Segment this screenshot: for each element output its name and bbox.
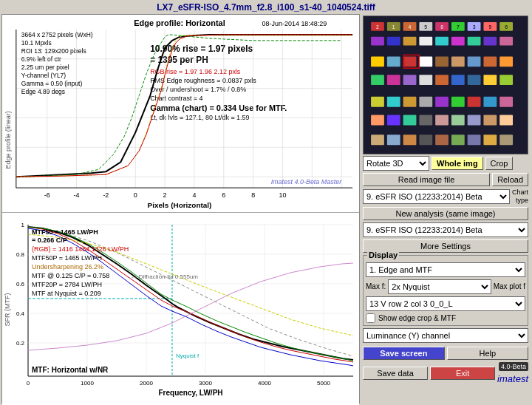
preview-image: 2 1 4 5 8 7 3 9 6 (363, 16, 528, 154)
svg-rect-119 (419, 75, 432, 85)
svg-rect-104 (468, 37, 481, 46)
row-select-row: 13 V row 2 col 3 0_0_L (366, 296, 525, 311)
svg-rect-118 (403, 75, 417, 85)
svg-rect-100 (403, 37, 417, 46)
logo-text: imatest (497, 373, 528, 384)
svg-text:0: 0 (27, 380, 30, 387)
bottom-buttons: Save screen Help (363, 347, 528, 360)
svg-rect-141 (483, 115, 497, 126)
svg-rect-120 (435, 75, 449, 85)
svg-text:Edge profile: Horizontal: Edge profile: Horizontal (134, 18, 225, 27)
reload-button[interactable]: Reload (492, 173, 528, 186)
exit-button[interactable]: Exit (430, 367, 495, 380)
svg-text:Frequency, LW/PH: Frequency, LW/PH (158, 389, 222, 397)
main-window: LX7_eSFR-ISO_4.7mm_f2.8_i100_s1-40_10405… (0, 0, 532, 405)
svg-rect-132 (483, 97, 497, 107)
svg-rect-103 (451, 37, 465, 46)
svg-text:2000: 2000 (140, 380, 153, 387)
svg-rect-122 (468, 75, 481, 85)
display-group: Display 1. Edge and MTF Max f: 2x Nyquis… (363, 255, 528, 326)
svg-rect-102 (435, 37, 449, 46)
svg-rect-106 (499, 37, 513, 46)
svg-text:10: 10 (279, 191, 286, 199)
new-analysis-button[interactable]: New analysis (same image) (363, 207, 528, 220)
svg-text:6: 6 (222, 191, 225, 199)
show-edge-checkbox[interactable] (366, 313, 375, 323)
channel-row: Luminance (Y) channel (363, 328, 528, 343)
display-dropdown-row: 1. Edge and MTF (366, 262, 525, 277)
svg-text:0.2: 0.2 (16, 340, 25, 347)
analysis-select-2[interactable]: 9. eSFR ISO (12233:2014) Beta (363, 222, 528, 237)
controls-body: Rotate 3D Whole img Crop Read image file… (363, 156, 528, 404)
svg-text:Gamma (chart) = 0.334  Use for: Gamma (chart) = 0.334 Use for MTF. (150, 103, 287, 112)
display-label: Display (367, 251, 399, 259)
svg-rect-148 (451, 135, 465, 145)
svg-rect-128 (419, 97, 432, 107)
row-select[interactable]: 13 V row 2 col 3 0_0_L (366, 296, 525, 311)
display-select[interactable]: 1. Edge and MTF (366, 262, 525, 277)
save-data-button[interactable]: Save data (363, 367, 428, 380)
svg-text:MTF20P = 2784 LW/PH: MTF20P = 2784 LW/PH (32, 281, 102, 288)
max-f-label: Max f: (366, 282, 386, 290)
svg-rect-98 (371, 37, 384, 46)
svg-text:Gamma = 0.50 (input): Gamma = 0.50 (input) (21, 80, 83, 87)
svg-rect-147 (435, 135, 449, 145)
chart-type-label: Chart type (512, 188, 528, 205)
svg-rect-111 (435, 56, 449, 67)
svg-rect-134 (371, 115, 384, 126)
svg-rect-125 (371, 97, 384, 107)
svg-rect-140 (468, 115, 481, 126)
svg-text:4: 4 (409, 24, 412, 30)
svg-text:1000: 1000 (81, 380, 94, 387)
svg-rect-116 (371, 75, 384, 85)
max-f-select[interactable]: 2x Nyquist (388, 279, 491, 294)
svg-rect-101 (419, 37, 432, 46)
svg-text:(RGB) = 1416  1484  1326 LW/PH: (RGB) = 1416 1484 1326 LW/PH (32, 245, 129, 253)
svg-text:Imatest 4.0-Beta Master: Imatest 4.0-Beta Master (271, 178, 343, 186)
svg-rect-99 (387, 37, 400, 46)
svg-text:0.8: 0.8 (16, 251, 25, 258)
svg-text:SFR (MTF): SFR (MTF) (4, 293, 11, 327)
crop-button[interactable]: Crop (485, 157, 514, 170)
svg-rect-109 (403, 56, 417, 67)
svg-text:-2: -2 (103, 191, 109, 199)
whole-img-button[interactable]: Whole img (432, 157, 483, 170)
help-button[interactable]: Help (447, 347, 529, 360)
svg-rect-150 (483, 135, 497, 145)
svg-rect-146 (419, 135, 432, 145)
svg-rect-112 (451, 56, 465, 67)
svg-text:0.4: 0.4 (16, 310, 25, 317)
rotate-row: Rotate 3D Whole img Crop (363, 156, 528, 171)
show-edge-row: Show edge crop & MTF (366, 313, 525, 323)
svg-text:MTF50 = 1465 LW/PH: MTF50 = 1465 LW/PH (32, 228, 98, 236)
svg-text:5000: 5000 (317, 380, 330, 387)
save-screen-button[interactable]: Save screen (363, 347, 445, 360)
svg-rect-136 (403, 115, 417, 126)
svg-rect-110 (419, 56, 432, 67)
svg-text:2: 2 (376, 24, 379, 30)
svg-text:2: 2 (163, 191, 167, 199)
rotate-3d-select[interactable]: Rotate 3D (363, 156, 429, 171)
window-title: LX7_eSFR-ISO_4.7mm_f2.8_i100_s1-40_10405… (0, 0, 532, 14)
svg-text:-4: -4 (74, 191, 80, 199)
svg-text:5: 5 (424, 24, 427, 30)
show-edge-label: Show edge crop & MTF (378, 314, 456, 322)
channel-select[interactable]: Luminance (Y) channel (363, 328, 528, 343)
svg-text:3664 x 2752 pixels (WxH): 3664 x 2752 pixels (WxH) (21, 31, 93, 38)
svg-text:8: 8 (440, 24, 443, 30)
svg-text:MTF: Horizontal w/NR: MTF: Horizontal w/NR (32, 366, 109, 374)
svg-text:8: 8 (251, 191, 255, 199)
imatest-logo: 4.0-Beta imatest (497, 362, 528, 384)
analysis-select[interactable]: 9. eSFR ISO (12233:2014) Beta (363, 189, 510, 204)
svg-rect-126 (387, 97, 400, 107)
svg-rect-145 (403, 135, 417, 145)
svg-rect-131 (468, 97, 481, 107)
read-image-button[interactable]: Read image file (363, 173, 490, 186)
svg-text:3: 3 (473, 24, 476, 30)
svg-rect-144 (387, 135, 400, 145)
svg-text:MTF50P = 1465 LW/PH: MTF50P = 1465 LW/PH (32, 254, 102, 262)
svg-text:6: 6 (505, 24, 508, 30)
svg-text:RGB rise = 1.97  1.96  2.12 px: RGB rise = 1.97 1.96 2.12 pxls (150, 68, 241, 75)
svg-text:Edge 4.89 degs: Edge 4.89 degs (21, 88, 65, 95)
svg-rect-129 (435, 97, 449, 107)
